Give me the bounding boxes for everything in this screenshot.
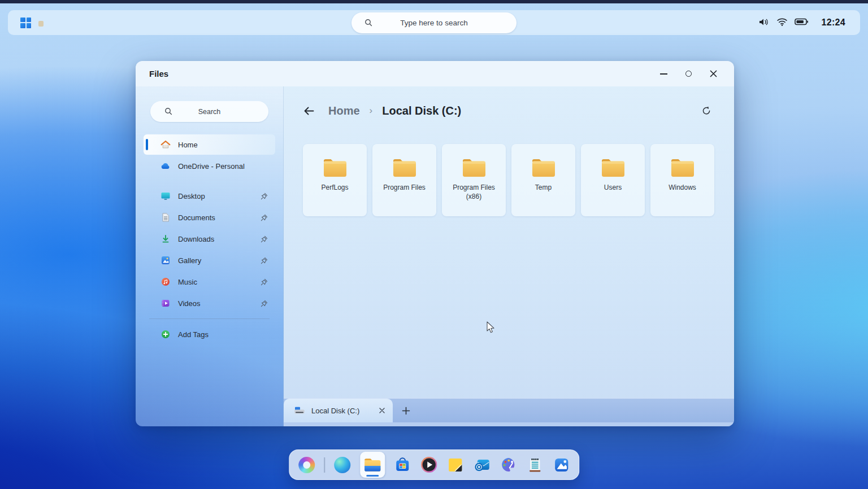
- pin-icon[interactable]: [260, 192, 268, 200]
- screen-top-edge: [0, 0, 868, 3]
- edge-icon: [334, 457, 350, 473]
- navigation-toolbar: Home Local Disk (C:): [284, 86, 734, 135]
- sidebar-item-music[interactable]: Music: [144, 272, 275, 292]
- paint-icon: [500, 456, 517, 473]
- folder-tile-perflogs[interactable]: PerfLogs: [303, 144, 367, 216]
- sidebar-item-documents[interactable]: Documents: [144, 207, 275, 228]
- sidebar-item-label: Documents: [178, 213, 215, 222]
- folder-tile-users[interactable]: Users: [581, 144, 645, 216]
- pin-icon[interactable]: [260, 213, 268, 222]
- content-pane: Home Local Disk (C:) PerfLogs Program Fi…: [284, 86, 734, 426]
- sidebar-item-onedrive[interactable]: OneDrive - Personal: [144, 156, 275, 176]
- dock-copilot[interactable]: [297, 456, 315, 474]
- sidebar-item-label: Downloads: [178, 235, 214, 243]
- tab-label: Local Disk (C:): [311, 407, 359, 415]
- desktop-screen: Type here to search 12:24 Files Search: [0, 0, 868, 489]
- folder-icon: [461, 157, 487, 178]
- sidebar-item-desktop[interactable]: Desktop: [144, 186, 275, 206]
- window-title: Files: [149, 69, 168, 78]
- breadcrumb-current: Local Disk (C:): [382, 104, 461, 117]
- folder-icon: [531, 157, 557, 178]
- taskbar-search-input[interactable]: Type here to search: [351, 12, 517, 33]
- dock-files[interactable]: [360, 452, 385, 478]
- file-explorer-icon: [363, 457, 381, 473]
- volume-button[interactable]: [758, 18, 770, 28]
- folder-tile-temp[interactable]: Temp: [511, 144, 575, 216]
- wifi-button[interactable]: [776, 18, 788, 28]
- sidebar: Search Home OneDrive - Personal Desktop: [136, 86, 284, 426]
- outlook-icon: [474, 456, 491, 473]
- sidebar-search-input[interactable]: Search: [150, 101, 268, 122]
- maximize-icon: [685, 71, 692, 77]
- window-titlebar[interactable]: Files: [136, 61, 734, 86]
- mouse-cursor: [487, 321, 496, 334]
- folder-icon: [322, 157, 348, 178]
- media-player-icon: [420, 456, 437, 473]
- pin-icon[interactable]: [260, 278, 268, 286]
- volume-icon: [758, 18, 770, 27]
- dock-journal[interactable]: [526, 456, 544, 474]
- sidebar-item-gallery[interactable]: Gallery: [144, 250, 275, 270]
- tab-local-disk[interactable]: Local Disk (C:): [284, 399, 393, 422]
- content-empty-area: [284, 216, 734, 398]
- minimize-button[interactable]: [656, 67, 671, 81]
- taskbar-search-placeholder: Type here to search: [400, 19, 467, 27]
- sidebar-item-downloads[interactable]: Downloads: [144, 229, 275, 249]
- music-icon: [161, 277, 170, 286]
- close-button[interactable]: [706, 67, 721, 81]
- tab-close-button[interactable]: [379, 408, 385, 413]
- new-tab-button[interactable]: [393, 399, 419, 422]
- clock[interactable]: 12:24: [822, 18, 845, 28]
- sidebar-item-label: Videos: [178, 299, 201, 308]
- gallery-icon: [161, 256, 170, 265]
- copilot-icon: [298, 457, 315, 473]
- folder-tile-program-files[interactable]: Program Files: [372, 144, 436, 216]
- back-button[interactable]: [303, 106, 315, 116]
- active-indicator: [146, 139, 148, 150]
- videos-icon: [161, 299, 170, 308]
- folder-tile-program-files-x86[interactable]: Program Files (x86): [442, 144, 506, 216]
- sidebar-item-label: Music: [178, 278, 197, 286]
- folder-name: Program Files (x86): [442, 184, 506, 201]
- pin-icon[interactable]: [260, 299, 268, 308]
- photos-icon: [553, 457, 570, 473]
- dock-paint[interactable]: [500, 456, 518, 474]
- sidebar-item-add-tags[interactable]: Add Tags: [144, 324, 275, 344]
- documents-icon: [162, 213, 170, 222]
- pin-icon[interactable]: [260, 256, 268, 265]
- sticky-notes-icon: [447, 457, 463, 473]
- sidebar-item-home[interactable]: Home: [144, 134, 275, 155]
- folder-tile-windows[interactable]: Windows: [650, 144, 714, 216]
- folder-name: Users: [600, 184, 626, 193]
- maximize-button[interactable]: [681, 67, 696, 81]
- battery-button[interactable]: [795, 18, 808, 27]
- sidebar-item-label: Desktop: [178, 192, 205, 200]
- dock-store[interactable]: [393, 456, 411, 474]
- window-bottom-edge: [284, 422, 734, 426]
- dock-media-player[interactable]: [420, 456, 438, 474]
- folder-name: PerfLogs: [317, 184, 352, 193]
- dock-edge[interactable]: [333, 456, 351, 474]
- search-icon: [164, 107, 173, 116]
- desktop-icon: [160, 191, 171, 200]
- refresh-icon: [701, 106, 711, 116]
- refresh-button[interactable]: [701, 106, 711, 116]
- wifi-icon: [776, 18, 788, 26]
- start-button[interactable]: [20, 18, 31, 28]
- home-icon: [160, 140, 171, 149]
- folder-name: Temp: [531, 184, 555, 193]
- sidebar-item-videos[interactable]: Videos: [144, 293, 275, 313]
- sidebar-item-label: Gallery: [178, 256, 201, 265]
- downloads-icon: [161, 234, 170, 243]
- close-icon: [710, 70, 717, 77]
- pin-icon[interactable]: [260, 235, 268, 243]
- breadcrumb-home[interactable]: Home: [328, 104, 360, 117]
- back-arrow-icon: [303, 106, 315, 116]
- folder-icon: [670, 157, 696, 178]
- dock-photos[interactable]: [553, 456, 571, 474]
- dock-outlook[interactable]: [473, 456, 491, 474]
- chevron-right-icon: [370, 105, 373, 116]
- sidebar-item-label: OneDrive - Personal: [178, 162, 245, 171]
- dock-sticky-notes[interactable]: [446, 456, 465, 474]
- sidebar-item-label: Home: [178, 141, 198, 149]
